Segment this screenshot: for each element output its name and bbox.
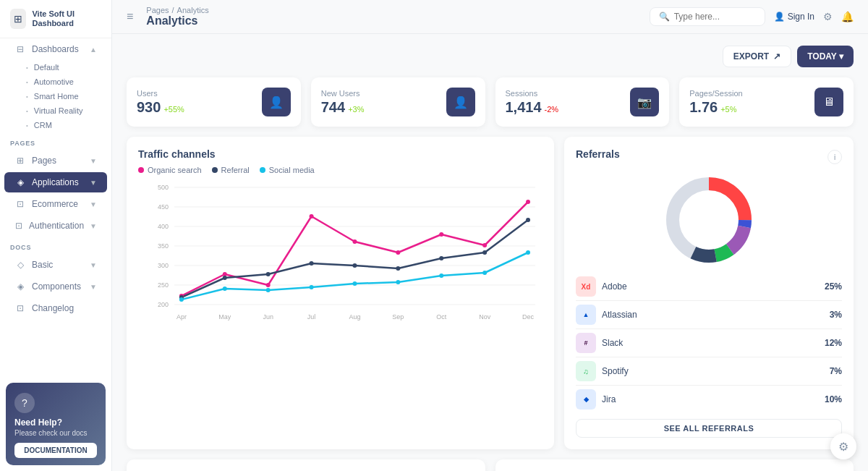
svg-text:Jul: Jul (307, 313, 315, 321)
topbar: ≡ Pages / Analytics Analytics 🔍 👤 Sign I… (112, 0, 868, 34)
adobe-icon: Xd (576, 276, 596, 297)
content-header: EXPORT ↗ TODAY ▾ (127, 46, 854, 67)
basic-icon: ◇ (14, 259, 26, 271)
donut-chart (662, 173, 756, 267)
svg-text:Dec: Dec (522, 313, 534, 321)
stat-card-new-users: New Users 744 +3% 👤 (311, 77, 485, 127)
applications-icon: ◈ (14, 177, 26, 188)
svg-point-38 (439, 256, 443, 260)
today-button[interactable]: TODAY ▾ (797, 46, 854, 67)
sidebar: ⊞ Vite Soft UI Dashboard ⊟ Dashboards ▲ … (0, 0, 112, 471)
topbar-right: 🔍 👤 Sign In ⚙ 🔔 (650, 7, 854, 26)
applications-arrow: ▼ (90, 179, 97, 187)
search-icon: 🔍 (659, 12, 670, 22)
svg-text:500: 500 (158, 184, 169, 191)
legend-social: Social media (260, 166, 315, 174)
sidebar-item-basic[interactable]: ◇ Basic ▼ (4, 255, 107, 275)
svg-text:Sep: Sep (392, 313, 404, 321)
bell-icon[interactable]: 🔔 (841, 11, 854, 22)
sidebar-item-ecommerce[interactable]: ⊡ Ecommerce ▼ (4, 194, 107, 214)
changelog-icon: ⊡ (14, 302, 26, 314)
svg-text:400: 400 (158, 223, 169, 230)
components-icon: ◈ (14, 281, 26, 292)
svg-text:250: 250 (158, 281, 169, 289)
search-box[interactable]: 🔍 (650, 7, 765, 26)
sidebar-help-card: ? Need Help? Please check our docs DOCUM… (6, 383, 106, 465)
pages-session-icon: 🖥 (814, 88, 843, 116)
sidebar-item-pages[interactable]: ⊞ Pages ▼ (4, 150, 107, 171)
sidebar-subitem-default[interactable]: Default (0, 60, 111, 75)
social-dot (260, 167, 265, 173)
referral-item-adobe: Xd Adobe 25% (576, 273, 842, 301)
stat-card-pages-session: Pages/Session 1.76 +5% 🖥 (679, 77, 854, 127)
documentation-button[interactable]: DOCUMENTATION (14, 443, 97, 458)
svg-point-49 (526, 250, 530, 255)
sidebar-subitem-automotive[interactable]: Automotive (0, 75, 111, 89)
sidebar-item-authentication[interactable]: ⊡ Authentication ▼ (4, 216, 107, 236)
svg-point-40 (526, 218, 530, 222)
sidebar-item-applications[interactable]: ◈ Applications ▼ (4, 172, 107, 192)
pages-arrow: ▼ (90, 157, 97, 165)
svg-point-44 (310, 285, 314, 289)
svg-point-31 (526, 200, 530, 204)
pages-icon: ⊞ (14, 155, 26, 166)
search-input[interactable] (674, 12, 756, 22)
pages-section-label: PAGES (0, 132, 111, 150)
main-area: ≡ Pages / Analytics Analytics 🔍 👤 Sign I… (112, 0, 868, 471)
svg-point-43 (266, 288, 271, 292)
svg-text:200: 200 (158, 301, 169, 308)
svg-point-42 (223, 287, 227, 291)
svg-text:300: 300 (158, 262, 169, 269)
svg-text:Oct: Oct (436, 313, 446, 321)
signin-button[interactable]: 👤 Sign In (774, 12, 814, 22)
svg-point-28 (396, 250, 400, 255)
ecommerce-icon: ⊡ (14, 198, 26, 210)
referral-item-spotify: ♫ Spotify 7% (576, 357, 842, 386)
referrals-header: Referrals i (576, 148, 842, 166)
svg-point-29 (439, 232, 443, 237)
legend-referral: Referral (212, 166, 250, 174)
referrals-card: Referrals i (564, 137, 854, 449)
sidebar-subitem-vr[interactable]: Virtual Reality (0, 103, 111, 118)
svg-point-48 (482, 271, 487, 275)
stat-cards-row: Users 930 +55% 👤 New Users 744 +3% 👤 (127, 77, 854, 127)
help-icon: ? (14, 393, 35, 413)
basic-arrow: ▼ (90, 261, 97, 269)
stat-card-sessions: Sessions 1,414 -2% 📷 (495, 77, 670, 127)
authentication-icon: ⊡ (14, 220, 23, 232)
svg-text:Aug: Aug (349, 313, 360, 321)
dashboards-arrow: ▲ (90, 46, 97, 54)
svg-point-39 (482, 250, 487, 255)
traffic-legend: Organic search Referral Social media (138, 166, 542, 174)
legend-organic: Organic search (138, 166, 202, 174)
svg-point-27 (352, 239, 357, 244)
sidebar-subitem-crm[interactable]: CRM (0, 118, 111, 132)
svg-point-33 (223, 276, 227, 280)
traffic-title: Traffic channels (138, 148, 542, 160)
export-button[interactable]: EXPORT ↗ (723, 46, 791, 67)
settings-icon[interactable]: ⚙ (823, 11, 833, 22)
pages-card: Pages ✓ PAGE PAGE VIEWS AVG. TIME BOUNCE… (495, 459, 854, 471)
svg-text:350: 350 (158, 242, 169, 250)
svg-point-36 (352, 263, 357, 268)
svg-point-35 (310, 261, 314, 266)
content-area: EXPORT ↗ TODAY ▾ Users 930 +55% 👤 (112, 34, 868, 471)
user-icon: 👤 (774, 12, 785, 22)
svg-point-25 (266, 283, 271, 287)
sidebar-item-changelog[interactable]: ⊡ Changelog (4, 298, 107, 318)
components-arrow: ▼ (90, 283, 97, 291)
social-card: Social i f Facebook 80% t Twitte (127, 459, 485, 471)
referrals-info-icon[interactable]: i (827, 150, 842, 164)
svg-point-30 (482, 243, 487, 247)
sidebar-subitem-smarthome[interactable]: Smart Home (0, 89, 111, 103)
menu-icon[interactable]: ≡ (127, 10, 133, 23)
slack-icon: # (576, 333, 596, 353)
svg-point-46 (396, 280, 400, 284)
jira-icon: ◆ (576, 389, 596, 410)
sidebar-item-components[interactable]: ◈ Components ▼ (4, 276, 107, 297)
svg-text:May: May (218, 313, 231, 321)
users-icon: 👤 (262, 88, 291, 116)
sidebar-item-dashboards[interactable]: ⊟ Dashboards ▲ (4, 39, 107, 59)
gear-button[interactable]: ⚙ (830, 433, 856, 459)
see-all-referrals-button[interactable]: SEE ALL REFERRALS (576, 419, 842, 438)
